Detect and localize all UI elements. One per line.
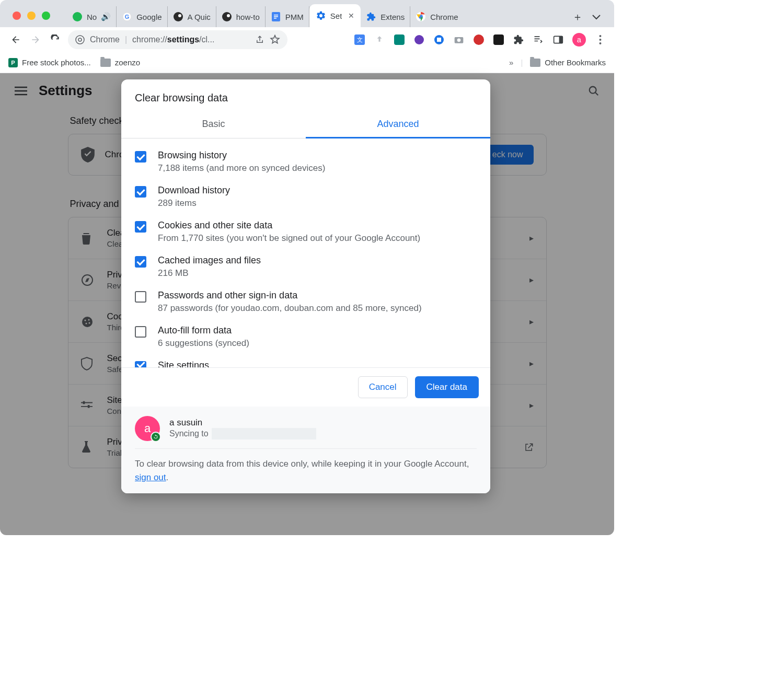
reading-list-icon[interactable] — [533, 34, 544, 45]
svg-point-26 — [599, 42, 601, 44]
close-window-button[interactable] — [13, 11, 21, 20]
checkbox[interactable] — [135, 326, 146, 338]
svg-rect-8 — [274, 15, 278, 16]
side-panel-icon[interactable] — [552, 34, 564, 45]
tab-advanced[interactable]: Advanced — [306, 111, 490, 138]
other-bookmarks-button[interactable]: Other Bookmarks — [530, 58, 606, 67]
bookmark-overflow-icon[interactable]: » — [509, 58, 513, 67]
ext-icon-5[interactable] — [493, 34, 504, 45]
checkbox[interactable] — [135, 186, 146, 198]
new-tab-button[interactable]: ＋ — [572, 10, 583, 24]
chrome-icon — [75, 35, 85, 44]
favicon — [173, 11, 183, 22]
browser-tab[interactable]: No 🔊 — [67, 6, 117, 27]
google-icon: G — [122, 11, 132, 22]
svg-point-4 — [178, 14, 181, 17]
sync-info: a a susuin Syncing to To clear browsing … — [121, 407, 490, 493]
user-name: a susuin — [169, 418, 316, 428]
window-controls — [13, 11, 50, 20]
item-cached[interactable]: Cached images and files216 MB — [135, 255, 477, 279]
ext-icon-2[interactable] — [413, 34, 425, 45]
browser-tab[interactable]: how-to — [216, 6, 266, 27]
checkbox[interactable] — [135, 221, 146, 233]
settings-icon — [316, 10, 326, 21]
item-autofill[interactable]: Auto-fill form data6 suggestions (synced… — [135, 325, 477, 349]
tab-basic[interactable]: Basic — [121, 111, 306, 138]
url-text: chrome://settings/cl... — [132, 35, 214, 44]
checkbox[interactable] — [135, 361, 146, 367]
browser-tab[interactable]: Extens — [361, 6, 410, 27]
docs-icon — [271, 11, 281, 22]
clear-browsing-data-dialog: Clear browsing data Basic Advanced Brows… — [121, 79, 490, 493]
ext-icon-3[interactable] — [433, 34, 445, 45]
clear-items-list: Browsing history7,188 items (and more on… — [121, 138, 490, 367]
svg-rect-9 — [274, 16, 278, 17]
svg-point-0 — [73, 12, 82, 21]
extensions-puzzle-icon[interactable] — [513, 34, 524, 45]
tab-overflow-button[interactable] — [592, 15, 601, 20]
svg-rect-23 — [559, 36, 563, 43]
signout-note: To clear browsing data from this device … — [135, 449, 477, 484]
pexels-icon: P — [8, 58, 18, 67]
svg-point-17 — [414, 35, 424, 44]
browser-tab[interactable]: Chrome — [410, 6, 463, 27]
sync-status: Syncing to — [169, 428, 316, 439]
browser-tab-active[interactable]: Set ✕ — [309, 4, 361, 27]
chrome-icon — [416, 11, 426, 22]
tab-strip: No 🔊 G Google A Quic how-to PMM Set ✕ Ex… — [0, 0, 614, 27]
cancel-button[interactable]: Cancel — [358, 376, 408, 398]
back-button[interactable] — [8, 32, 23, 47]
item-passwords[interactable]: Passwords and other sign-in data87 passw… — [135, 290, 477, 314]
bookmarks-bar: P Free stock photos... zoenzo » | Other … — [0, 52, 614, 73]
ext-icon-1[interactable] — [394, 34, 405, 45]
item-download-history[interactable]: Download history289 items — [135, 185, 477, 209]
folder-icon — [530, 59, 540, 67]
extension-icons: 文 a — [354, 33, 606, 47]
user-avatar: a — [135, 416, 160, 441]
svg-point-14 — [78, 38, 82, 41]
svg-rect-10 — [274, 18, 276, 19]
reload-button[interactable] — [48, 32, 63, 47]
profile-avatar[interactable]: a — [572, 33, 586, 47]
camera-icon[interactable] — [453, 34, 465, 45]
favicon — [222, 11, 232, 22]
svg-text:文: 文 — [357, 37, 363, 43]
clear-data-button[interactable]: Clear data — [415, 376, 479, 398]
svg-point-25 — [599, 39, 601, 41]
checkbox[interactable] — [135, 291, 146, 303]
menu-icon[interactable] — [594, 34, 606, 45]
upload-icon[interactable] — [374, 34, 385, 45]
folder-icon — [100, 59, 111, 67]
bookmark-folder[interactable]: zoenzo — [100, 58, 140, 67]
svg-point-6 — [227, 14, 230, 17]
sync-badge-icon — [151, 432, 161, 442]
minimize-window-button[interactable] — [27, 11, 36, 20]
dialog-footer: Cancel Clear data — [121, 367, 490, 407]
browser-tab[interactable]: PMM — [266, 6, 309, 27]
bookmark-star-icon[interactable] — [270, 34, 280, 45]
close-tab-icon[interactable]: ✕ — [348, 11, 354, 20]
item-site-settings[interactable]: Site settings — [135, 360, 477, 367]
checkbox[interactable] — [135, 256, 146, 268]
browser-tab[interactable]: A Quic — [168, 6, 216, 27]
svg-point-5 — [222, 12, 232, 21]
svg-text:G: G — [125, 14, 130, 20]
maximize-window-button[interactable] — [42, 11, 50, 20]
item-browsing-history[interactable]: Browsing history7,188 items (and more on… — [135, 150, 477, 173]
dialog-title: Clear browsing data — [121, 79, 490, 111]
spotify-icon — [72, 11, 83, 22]
browser-tab[interactable]: G Google — [117, 6, 167, 27]
toolbar: Chrome | chrome://settings/cl... 文 a — [0, 27, 614, 52]
checkbox[interactable] — [135, 151, 146, 163]
sign-out-link[interactable]: sign out — [135, 472, 166, 482]
item-cookies[interactable]: Cookies and other site dataFrom 1,770 si… — [135, 220, 477, 244]
forward-button[interactable] — [28, 32, 43, 47]
svg-point-13 — [76, 36, 84, 44]
extensions-icon — [366, 11, 376, 22]
address-bar[interactable]: Chrome | chrome://settings/cl... — [68, 30, 287, 49]
translate-icon[interactable]: 文 — [354, 34, 365, 45]
bookmark-item[interactable]: P Free stock photos... — [8, 58, 91, 67]
svg-rect-19 — [437, 38, 441, 42]
share-icon[interactable] — [255, 35, 264, 44]
ext-icon-4[interactable] — [473, 34, 485, 45]
